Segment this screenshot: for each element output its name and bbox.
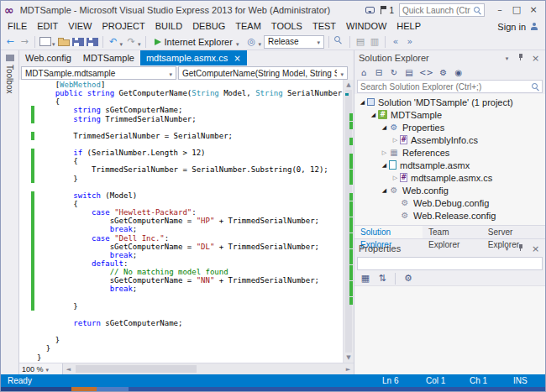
feedback-icon[interactable] (365, 7, 375, 13)
comment-out-icon[interactable]: ▤ (354, 35, 366, 49)
code-line[interactable]: return sGetComputerName; (19, 319, 343, 327)
nav-back-icon[interactable]: ← (4, 35, 16, 49)
code-editor[interactable]: [WebMethod] public string GetComputerNam… (19, 80, 343, 363)
code-line[interactable]: } (19, 336, 343, 344)
tree-item[interactable]: ◢Solution 'MDTSample' (1 project) (354, 96, 545, 108)
code-line[interactable] (19, 311, 343, 319)
menu-file[interactable]: FILE (3, 19, 32, 34)
home-icon[interactable]: ⌂ (359, 67, 369, 79)
scroll-right-icon[interactable] (343, 366, 354, 373)
close-icon[interactable] (234, 53, 240, 64)
code-line[interactable]: { (19, 97, 343, 106)
show-all-files-icon[interactable]: ▤ (404, 67, 414, 79)
menu-view[interactable]: VIEW (63, 19, 97, 34)
categorized-icon[interactable]: ▦ (360, 272, 371, 285)
expander-icon[interactable]: ◢ (380, 187, 389, 194)
properties-header[interactable]: Properties (354, 241, 545, 256)
code-line[interactable]: sGetComputerName = "NN" + TrimmedSerialN… (19, 276, 343, 285)
browse-with-icon[interactable]: ◎ (245, 35, 257, 49)
user-account-icon[interactable] (530, 23, 538, 31)
scroll-down-icon[interactable] (344, 353, 354, 363)
code-line[interactable]: { (19, 200, 343, 208)
code-line[interactable]: case "Hewlett-Packard": (19, 208, 343, 217)
tree-item[interactable]: ⚙Web.Release.config (354, 209, 545, 222)
code-line[interactable] (19, 140, 343, 149)
tree-item[interactable]: ◢⚙Properties (354, 121, 545, 133)
new-file-icon[interactable] (39, 37, 51, 46)
expander-icon[interactable]: ◢ (380, 124, 389, 131)
pin-icon[interactable] (517, 243, 525, 253)
menu-project[interactable]: PROJECT (97, 19, 150, 34)
close-panel-icon[interactable] (530, 53, 541, 64)
tool-tab-team-explorer[interactable]: Team Explorer (423, 226, 482, 238)
code-line[interactable]: sGetComputerName = "DL" + TrimmedSerialN… (19, 243, 343, 251)
pin-icon[interactable] (517, 53, 525, 62)
close-panel-icon[interactable] (530, 243, 541, 254)
chevron-down-icon[interactable] (120, 34, 123, 50)
outdent-icon[interactable]: « (390, 35, 402, 49)
expander-icon[interactable]: ◢ (369, 112, 378, 118)
properties-object-combo[interactable] (357, 257, 543, 270)
scroll-left-icon[interactable] (63, 366, 74, 373)
tree-item[interactable]: ⚙Web.Debug.config (354, 196, 545, 209)
code-line[interactable]: TrimmedSerialNumber = SerialNumber.Subst… (19, 165, 343, 174)
code-line[interactable]: public string GetComputerName(String Mod… (19, 89, 343, 97)
scroll-up-icon[interactable] (344, 80, 354, 90)
sign-in-link[interactable]: Sign in (497, 22, 526, 32)
tree-item[interactable]: ◢mdtsample.asmx (354, 159, 545, 171)
find-icon[interactable] (333, 35, 345, 49)
preview-icon[interactable]: ◉ (454, 67, 464, 79)
expander-icon[interactable]: ◢ (358, 99, 367, 106)
member-dropdown[interactable]: GetComputerName(String Model, String Ser… (178, 66, 348, 80)
tree-item[interactable]: ▷#AssemblyInfo.cs (354, 133, 545, 146)
collapse-all-icon[interactable]: ⊟ (374, 67, 384, 79)
expander-icon[interactable]: ◢ (380, 162, 389, 169)
expander-icon[interactable]: ▷ (380, 149, 389, 156)
properties-grid[interactable] (354, 285, 545, 374)
menu-build[interactable]: BUILD (150, 19, 187, 34)
code-line[interactable]: } (19, 302, 343, 311)
code-line[interactable]: // No matching model found (19, 268, 343, 276)
alphabetical-icon[interactable]: ⇅ (376, 272, 388, 285)
toolbox-tab[interactable]: Toolbox (1, 50, 19, 374)
code-line[interactable]: case "Dell Inc.": (19, 234, 343, 243)
redo-icon[interactable]: ↷ (125, 35, 137, 49)
code-line[interactable]: string sGetComputerName; (19, 106, 343, 114)
menu-help[interactable]: HELP (391, 19, 426, 34)
code-line[interactable]: } (19, 344, 343, 353)
code-line[interactable]: string TrimmedSerialNumber; (19, 115, 343, 123)
quick-launch-box[interactable] (399, 3, 485, 17)
title-bar[interactable]: ∞ MDTSample - Microsoft Visual Studio Ex… (1, 1, 545, 19)
expander-icon[interactable]: ▷ (391, 175, 400, 181)
scrollbar-thumb[interactable] (76, 365, 197, 373)
menu-team[interactable]: TEAM (230, 19, 266, 34)
code-line[interactable]: [WebMethod] (19, 81, 343, 89)
expander-icon[interactable]: ▷ (391, 137, 400, 144)
code-line[interactable]: sGetComputerName = "HP" + TrimmedSerialN… (19, 217, 343, 225)
type-dropdown[interactable]: MDTSample.mdtsample (21, 66, 176, 80)
vertical-scrollbar[interactable] (343, 80, 354, 363)
window-position-icon[interactable] (501, 54, 512, 62)
uncomment-icon[interactable]: ▥ (369, 35, 381, 49)
undo-icon[interactable]: ↶ (108, 35, 119, 49)
code-line[interactable]: default: (19, 259, 343, 268)
tree-item[interactable]: ▷▦References (354, 146, 545, 159)
code-line[interactable]: { (19, 157, 343, 165)
refresh-icon[interactable]: ↻ (389, 67, 399, 79)
zoom-control[interactable]: 100 % (19, 363, 63, 374)
document-tab[interactable]: MDTSample (77, 50, 140, 65)
code-line[interactable]: break; (19, 225, 343, 233)
indent-icon[interactable]: » (404, 35, 416, 49)
tool-tab-solution-explorer[interactable]: Solution Explorer (354, 226, 423, 238)
quick-launch-input[interactable] (402, 6, 470, 15)
window-position-icon[interactable] (501, 244, 512, 253)
code-line[interactable]: } (19, 175, 343, 183)
menu-window[interactable]: WINDOW (341, 19, 391, 34)
code-line[interactable] (19, 183, 343, 191)
solution-search-box[interactable] (357, 80, 543, 93)
code-line[interactable]: break; (19, 285, 343, 293)
save-icon[interactable] (72, 38, 84, 46)
maximize-button[interactable] (508, 3, 525, 17)
close-window-button[interactable] (525, 3, 542, 17)
chevron-down-icon[interactable] (258, 34, 261, 50)
